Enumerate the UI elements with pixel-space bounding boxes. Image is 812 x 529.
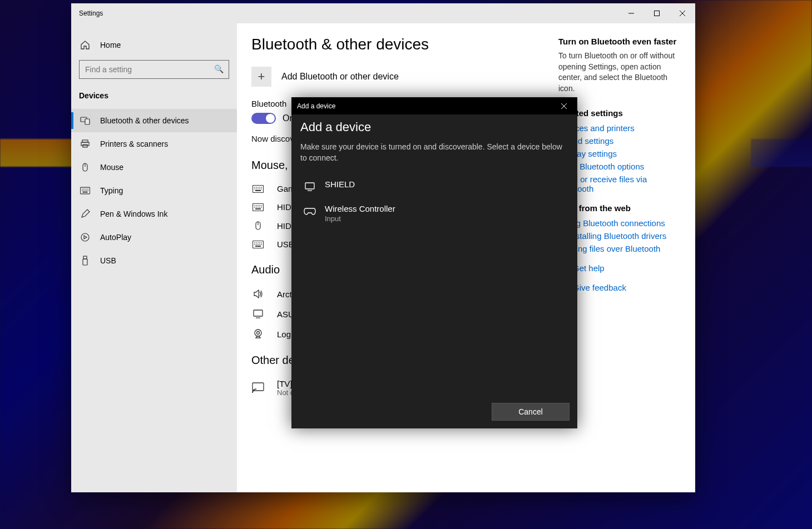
gamepad-icon [304,205,316,217]
discovered-device-name: Wireless Controller [325,204,395,213]
search-input[interactable] [79,60,229,79]
sidebar-item-keyboard[interactable]: Typing [71,179,237,202]
plus-icon: + [251,67,271,87]
sidebar-home-label: Home [100,41,121,49]
add-device-label: Add Bluetooth or other device [281,72,399,82]
svg-rect-1 [655,11,660,16]
mouse-icon [80,162,90,172]
dialog-heading: Add a device [300,120,568,134]
discovered-device-name: SHIELD [325,179,355,189]
cancel-button[interactable]: Cancel [492,403,570,421]
sidebar-item-label: Printers & scanners [100,139,168,148]
sidebar-item-label: AutoPlay [100,233,131,242]
sidebar-item-devices[interactable]: Bluetooth & other devices [71,109,237,132]
tip-body: To turn Bluetooth on or off without open… [558,51,681,94]
devices-icon [80,116,90,126]
cast-icon [251,382,265,393]
search-wrap: 🔍 [71,60,237,86]
sidebar-item-autoplay[interactable]: AutoPlay [71,226,237,249]
page-title: Bluetooth & other devices [251,36,542,53]
add-device-button[interactable]: + Add Bluetooth or other device [251,67,542,87]
speaker-icon [251,288,265,300]
dialog-description: Make sure your device is turned on and d… [300,141,568,164]
svg-rect-32 [254,310,263,316]
autoplay-icon [80,232,90,242]
discovered-device[interactable]: Wireless ControllerInput [300,198,568,228]
dialog-titlebar-text: Add a device [297,102,335,110]
svg-rect-16 [83,256,87,259]
minimize-button[interactable] [618,3,644,23]
get-help-label: Get help [573,263,605,273]
home-icon [80,40,90,50]
sidebar-item-label: Pen & Windows Ink [100,209,167,218]
svg-rect-17 [83,259,87,265]
keyboard-icon [251,185,265,193]
sidebar-item-label: Bluetooth & other devices [100,116,189,125]
usb-icon [80,256,90,266]
sidebar-item-mouse[interactable]: Mouse [71,156,237,179]
dialog-titlebar: Add a device [291,97,577,114]
sidebar: Home 🔍 Devices Bluetooth & other devices… [71,23,237,492]
sidebar-item-label: Typing [100,186,123,195]
close-button[interactable] [670,3,695,23]
keyboard-icon [80,186,90,196]
window-controls [618,3,695,23]
pen-icon [80,209,90,219]
keyboard-icon [251,241,265,248]
sidebar-item-pen[interactable]: Pen & Windows Ink [71,202,237,226]
bluetooth-toggle[interactable] [251,113,276,124]
svg-point-34 [255,330,261,336]
discovered-device[interactable]: SHIELD [300,174,568,198]
window-title: Settings [71,9,103,17]
dialog-close-button[interactable] [556,98,572,114]
titlebar: Settings [71,3,695,23]
keyboard-icon [251,203,265,211]
sidebar-item-label: USB [100,256,116,265]
sidebar-item-label: Mouse [100,163,123,172]
monitor-icon [304,181,316,193]
tip-title: Turn on Bluetooth even faster [558,37,681,46]
mouse-icon [251,221,265,231]
svg-rect-5 [85,119,90,124]
webcam-icon [251,328,265,340]
svg-point-35 [257,332,260,335]
maximize-button[interactable] [644,3,670,23]
sidebar-item-printer[interactable]: Printers & scanners [71,132,237,156]
printer-icon [80,139,90,149]
give-feedback-label: Give feedback [573,283,626,292]
monitor-icon [251,308,265,320]
sidebar-home[interactable]: Home [71,33,237,57]
add-device-dialog: Add a device Add a device Make sure your… [291,97,577,428]
sidebar-item-usb[interactable]: USB [71,249,237,272]
sidebar-section-label: Devices [71,86,237,109]
svg-rect-6 [82,140,88,142]
svg-rect-39 [305,183,314,189]
svg-rect-7 [81,142,89,146]
discovered-device-type: Input [325,214,395,223]
svg-point-15 [81,233,89,241]
